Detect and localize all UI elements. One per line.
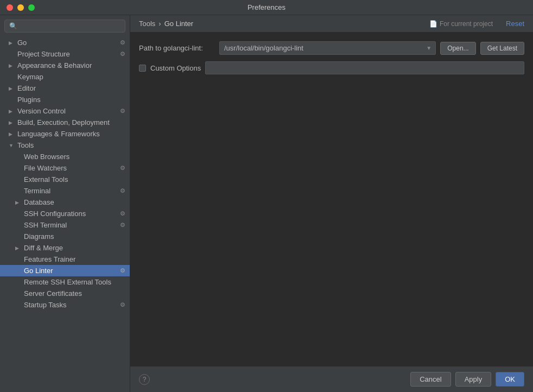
sidebar-item-project-structure[interactable]: ▶ Project Structure ⚙ xyxy=(0,48,130,60)
sidebar-item-label: Server Certificates xyxy=(24,289,82,298)
settings-icon: ⚙ xyxy=(120,267,125,274)
settings-icon: ⚙ xyxy=(120,108,125,115)
settings-icon: ⚙ xyxy=(120,39,125,46)
settings-icon: ⚙ xyxy=(120,50,125,58)
sidebar-item-terminal[interactable]: ▶ Terminal ⚙ xyxy=(0,185,130,197)
arrow-icon: ▶ xyxy=(15,245,21,251)
main-content: ▶ Go ⚙ ▶ Project Structure ⚙ ▶ Appearanc… xyxy=(0,15,533,392)
project-icon: 📄 xyxy=(429,20,437,28)
sidebar-item-label: Version Control xyxy=(17,107,66,115)
sidebar-item-label: Startup Tasks xyxy=(24,301,67,309)
sidebar-item-go-linter[interactable]: ▶ Go Linter ⚙ xyxy=(0,265,130,276)
sidebar-item-label: Languages & Frameworks xyxy=(17,130,100,138)
breadcrumb: Tools › Go Linter xyxy=(139,20,193,28)
cancel-button[interactable]: Cancel xyxy=(410,372,450,387)
window-title: Preferences xyxy=(248,3,285,11)
sidebar-item-keymap[interactable]: ▶ Keymap xyxy=(0,71,130,83)
sidebar-item-file-watchers[interactable]: ▶ File Watchers ⚙ xyxy=(0,162,130,174)
right-panel: Tools › Go Linter 📄 For current project … xyxy=(130,15,533,392)
settings-icon: ⚙ xyxy=(120,301,125,308)
sidebar-item-features-trainer[interactable]: ▶ Features Trainer xyxy=(0,254,130,265)
sidebar-item-label: Go xyxy=(17,39,27,47)
custom-options-input[interactable] xyxy=(205,61,524,74)
sidebar-item-editor[interactable]: ▶ Editor xyxy=(0,83,130,94)
sidebar-item-remote-ssh[interactable]: ▶ Remote SSH External Tools xyxy=(0,276,130,288)
sidebar-item-diff-merge[interactable]: ▶ Diff & Merge xyxy=(0,242,130,254)
sidebar-item-label: Appearance & Behavior xyxy=(17,61,92,69)
sidebar-item-label: Features Trainer xyxy=(24,255,75,263)
sidebar-item-server-certificates[interactable]: ▶ Server Certificates xyxy=(0,288,130,299)
custom-options-label: Custom Options xyxy=(150,64,201,72)
arrow-icon: ▶ xyxy=(15,200,21,205)
sidebar: ▶ Go ⚙ ▶ Project Structure ⚙ ▶ Appearanc… xyxy=(0,15,130,392)
sidebar-item-label: Plugins xyxy=(17,96,41,104)
path-label: Path to golangci-lint: xyxy=(139,44,215,52)
window-controls[interactable] xyxy=(7,4,35,11)
sidebar-item-label: Tools xyxy=(17,141,34,149)
minimize-button[interactable] xyxy=(17,4,24,11)
breadcrumb-separator: › xyxy=(158,20,161,28)
for-project-label: For current project xyxy=(440,20,493,28)
open-button[interactable]: Open... xyxy=(440,42,475,55)
sidebar-item-web-browsers[interactable]: ▶ Web Browsers xyxy=(0,151,130,162)
arrow-icon: ▶ xyxy=(9,109,14,114)
sidebar-item-version-control[interactable]: ▶ Version Control ⚙ xyxy=(0,105,130,117)
sidebar-item-external-tools[interactable]: ▶ External Tools xyxy=(0,174,130,185)
sidebar-item-label: Diagrams xyxy=(24,232,54,241)
arrow-icon: ▶ xyxy=(9,86,14,91)
sidebar-item-plugins[interactable]: ▶ Plugins xyxy=(0,94,130,105)
sidebar-item-label: Database xyxy=(24,198,54,206)
sidebar-item-label: Keymap xyxy=(17,73,43,81)
path-row: Path to golangci-lint: /usr/local/bin/go… xyxy=(139,41,524,55)
settings-icon: ⚙ xyxy=(120,210,125,217)
sidebar-item-appearance-behavior[interactable]: ▶ Appearance & Behavior xyxy=(0,60,130,71)
title-bar: Preferences xyxy=(0,0,533,15)
for-project: 📄 For current project xyxy=(429,20,493,28)
help-button[interactable]: ? xyxy=(139,374,150,385)
settings-icon: ⚙ xyxy=(120,222,125,229)
search-input[interactable] xyxy=(4,20,125,33)
sidebar-item-label: Diff & Merge xyxy=(24,244,63,252)
breadcrumb-current: Go Linter xyxy=(164,20,193,28)
custom-options-checkbox[interactable] xyxy=(139,65,146,72)
ok-button[interactable]: OK xyxy=(496,372,524,387)
sidebar-item-diagrams[interactable]: ▶ Diagrams xyxy=(0,231,130,242)
path-select-wrapper: /usr/local/bin/golangci-lint ▼ xyxy=(219,41,436,55)
settings-icon: ⚙ xyxy=(120,165,125,172)
bottom-bar: ? Cancel Apply OK xyxy=(130,366,533,392)
sidebar-item-startup-tasks[interactable]: ▶ Startup Tasks ⚙ xyxy=(0,299,130,311)
arrow-icon: ▶ xyxy=(9,131,14,137)
custom-options-row: Custom Options xyxy=(139,61,524,74)
sidebar-item-label: SSH Configurations xyxy=(24,210,86,218)
sidebar-item-label: Build, Execution, Deployment xyxy=(17,118,110,127)
apply-button[interactable]: Apply xyxy=(455,372,492,387)
sidebar-item-label: Web Browsers xyxy=(24,153,69,161)
path-input-wrapper: /usr/local/bin/golangci-lint ▼ Open... G… xyxy=(219,41,524,55)
sidebar-item-label: File Watchers xyxy=(24,164,67,172)
sidebar-item-label: SSH Terminal xyxy=(24,221,67,229)
sidebar-item-ssh-terminal[interactable]: ▶ SSH Terminal ⚙ xyxy=(0,219,130,231)
reset-button[interactable]: Reset xyxy=(506,20,524,28)
close-button[interactable] xyxy=(7,4,13,11)
sidebar-item-ssh-configurations[interactable]: ▶ SSH Configurations ⚙ xyxy=(0,208,130,219)
arrow-icon: ▶ xyxy=(9,40,14,46)
path-select[interactable]: /usr/local/bin/golangci-lint xyxy=(219,41,436,55)
sidebar-item-database[interactable]: ▶ Database xyxy=(0,197,130,208)
sidebar-item-label: Terminal xyxy=(24,187,50,195)
sidebar-item-label: External Tools xyxy=(24,175,68,184)
content-area: Path to golangci-lint: /usr/local/bin/go… xyxy=(130,33,533,366)
sidebar-item-tools[interactable]: ▼ Tools xyxy=(0,140,130,151)
get-latest-button[interactable]: Get Latest xyxy=(480,42,524,55)
breadcrumb-bar: Tools › Go Linter 📄 For current project … xyxy=(130,15,533,33)
maximize-button[interactable] xyxy=(28,4,35,11)
bottom-buttons: Cancel Apply OK xyxy=(410,372,524,387)
settings-icon: ⚙ xyxy=(120,187,125,194)
sidebar-item-languages-frameworks[interactable]: ▶ Languages & Frameworks xyxy=(0,128,130,140)
sidebar-item-go[interactable]: ▶ Go ⚙ xyxy=(0,37,130,48)
arrow-icon: ▶ xyxy=(9,120,14,125)
arrow-icon: ▼ xyxy=(9,143,14,148)
sidebar-item-build-execution[interactable]: ▶ Build, Execution, Deployment xyxy=(0,117,130,128)
sidebar-item-label: Go Linter xyxy=(24,267,53,275)
sidebar-item-label: Editor xyxy=(17,84,36,92)
sidebar-item-label: Project Structure xyxy=(17,50,70,58)
